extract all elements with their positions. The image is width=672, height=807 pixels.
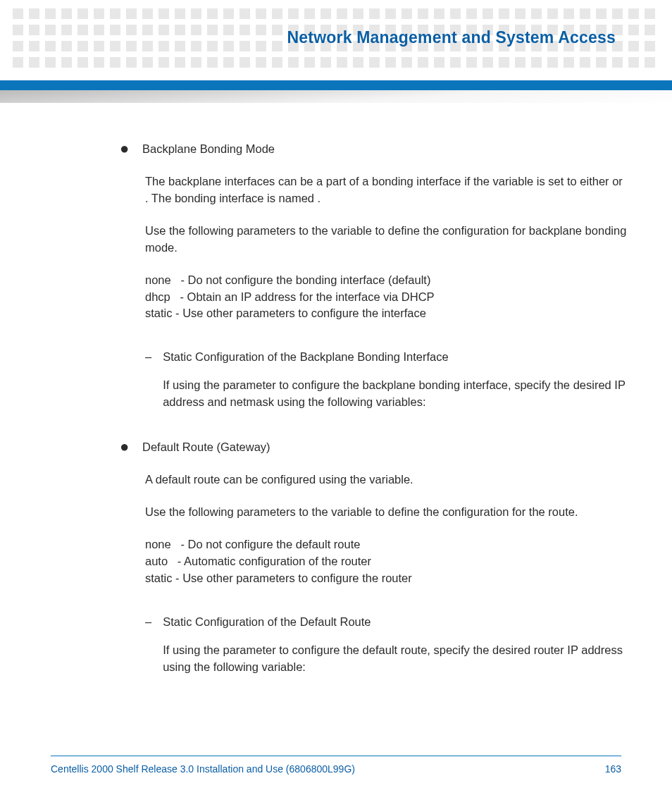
footer-doc-title: Centellis 2000 Shelf Release 3.0 Install… bbox=[51, 763, 355, 775]
bullet-dot-icon: ● bbox=[120, 141, 127, 158]
header-grey-wedge bbox=[0, 90, 672, 103]
paragraph: If using the parameter to configure the … bbox=[163, 642, 627, 676]
sub-item: – Static Configuration of the Default Ro… bbox=[145, 614, 627, 676]
bullet-heading: Backplane Bonding Mode bbox=[142, 141, 275, 158]
paragraph: Use the following parameters to the vari… bbox=[145, 504, 627, 521]
paragraph: Use the following parameters to the vari… bbox=[145, 223, 627, 257]
dash-icon: – bbox=[145, 614, 151, 676]
footer-page-number: 163 bbox=[605, 763, 621, 775]
bullet-heading: Default Route (Gateway) bbox=[142, 439, 270, 456]
sub-heading: Static Configuration of the Backplane Bo… bbox=[163, 349, 627, 366]
page-title: Network Management and System Access bbox=[287, 28, 616, 47]
bullet-dot-icon: ● bbox=[120, 439, 127, 456]
header-blue-bar bbox=[0, 80, 672, 90]
paragraph: If using the parameter to configure the … bbox=[163, 377, 627, 411]
footer-rule bbox=[51, 756, 621, 756]
paragraph: A default route can be configured using … bbox=[145, 472, 627, 488]
sub-heading: Static Configuration of the Default Rout… bbox=[163, 614, 627, 631]
page-footer: Centellis 2000 Shelf Release 3.0 Install… bbox=[51, 756, 621, 775]
dash-icon: – bbox=[145, 349, 151, 411]
body-content: ● Backplane Bonding Mode The backplane i… bbox=[120, 141, 627, 703]
sub-item: – Static Configuration of the Backplane … bbox=[145, 349, 627, 411]
paragraph: The backplane interfaces can be a part o… bbox=[145, 173, 627, 207]
options-block: none - Do not configure the bonding inte… bbox=[145, 272, 627, 323]
bullet-default-route: ● Default Route (Gateway) A default rout… bbox=[120, 439, 627, 675]
options-block: none - Do not configure the default rout… bbox=[145, 536, 627, 587]
bullet-backplane-bonding: ● Backplane Bonding Mode The backplane i… bbox=[120, 141, 627, 411]
